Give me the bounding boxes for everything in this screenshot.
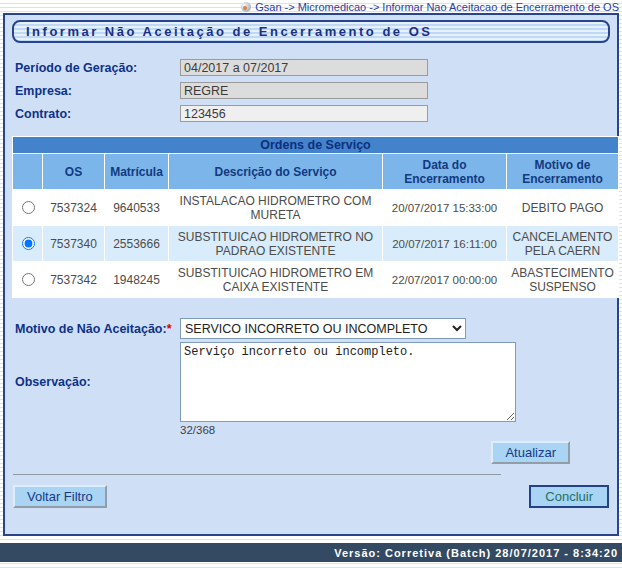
observacao-label: Observação:: [15, 375, 180, 389]
form-row-empresa: Empresa:: [15, 82, 617, 99]
table-header-row: OS Matrícula Descrição do Serviço Data d…: [13, 154, 619, 190]
os-radio[interactable]: [22, 237, 35, 250]
concluir-button[interactable]: Concluir: [529, 485, 609, 508]
motivo-label-text: Motivo de Não Aceitação:: [15, 322, 167, 336]
observacao-row: Observação: Serviço incorreto ou incompl…: [15, 342, 617, 422]
required-asterisk: *: [167, 322, 172, 336]
cell-descricao: SUBSTITUICAO HIDROMETRO EM CAIXA EXISTEN…: [169, 262, 383, 298]
cell-data: 20/07/2017 15:33:00: [383, 190, 507, 226]
col-os: OS: [43, 154, 105, 190]
char-counter: 32/368: [180, 424, 617, 436]
periodo-label: Período de Geração:: [15, 61, 180, 75]
main-panel: Informar Não Aceitação de Encerramento d…: [3, 13, 619, 536]
os-radio[interactable]: [22, 201, 35, 214]
voltar-filtro-button[interactable]: Voltar Filtro: [13, 485, 107, 508]
col-data-encerramento: Data do Encerramento: [383, 154, 507, 190]
col-descricao: Descrição do Serviço: [169, 154, 383, 190]
empresa-field: [180, 82, 428, 99]
breadcrumb: Gsan -> Micromedicao -> Informar Nao Ace…: [0, 0, 622, 13]
cell-matricula: 9640533: [105, 190, 169, 226]
cell-os: 7537324: [43, 190, 105, 226]
motivo-label: Motivo de Não Aceitação:*: [15, 322, 180, 336]
col-matricula: Matrícula: [105, 154, 169, 190]
table-title: Ordens de Serviço: [13, 137, 619, 154]
filter-summary: Período de Geração: Empresa: Contrato:: [15, 59, 617, 122]
ordens-servico-table: Ordens de Serviço OS Matrícula Descrição…: [12, 136, 619, 298]
periodo-field: [180, 59, 428, 76]
cell-data: 20/07/2017 16:11:00: [383, 226, 507, 262]
form-row-periodo: Período de Geração:: [15, 59, 617, 76]
page-title: Informar Não Aceitação de Encerramento d…: [26, 24, 432, 39]
cell-matricula: 2553666: [105, 226, 169, 262]
cell-os: 7537340: [43, 226, 105, 262]
col-radio: [13, 154, 43, 190]
breadcrumb-text[interactable]: Gsan -> Micromedicao -> Informar Nao Ace…: [255, 1, 619, 13]
page-title-bar: Informar Não Aceitação de Encerramento d…: [12, 20, 610, 43]
version-text: Versão: Corretiva (Batch) 28/07/2017 - 8…: [334, 547, 618, 559]
cell-motivo: DEBITO PAGO: [507, 190, 619, 226]
cell-matricula: 1948245: [105, 262, 169, 298]
atualizar-button[interactable]: Atualizar: [491, 441, 570, 464]
motivo-select[interactable]: SERVICO INCORRETO OU INCOMPLETO: [180, 318, 466, 339]
col-motivo-encerramento: Motivo de Encerramento: [507, 154, 619, 190]
form-row-contrato: Contrato:: [15, 105, 617, 122]
table-row: 7537342 1948245 SUBSTITUICAO HIDROMETRO …: [13, 262, 619, 298]
cell-descricao: SUBSTITUICAO HIDROMETRO NO PADRAO EXISTE…: [169, 226, 383, 262]
observacao-textarea[interactable]: Serviço incorreto ou incompleto.: [180, 342, 516, 422]
os-radio[interactable]: [22, 273, 35, 286]
contrato-label: Contrato:: [15, 107, 180, 121]
version-footer: Versão: Corretiva (Batch) 28/07/2017 - 8…: [0, 543, 622, 562]
cell-os: 7537342: [43, 262, 105, 298]
gsan-sphere-icon: [241, 2, 251, 12]
cell-motivo: ABASTECIMENTO SUSPENSO: [507, 262, 619, 298]
contrato-field[interactable]: [180, 105, 428, 122]
motivo-nao-aceitacao-row: Motivo de Não Aceitação:* SERVICO INCORR…: [15, 318, 617, 339]
cell-descricao: INSTALACAO HIDROMETRO COM MURETA: [169, 190, 383, 226]
cell-motivo: CANCELAMENTO PELA CAERN: [507, 226, 619, 262]
table-row: 7537324 9640533 INSTALACAO HIDROMETRO CO…: [13, 190, 619, 226]
cell-data: 22/07/2017 00:00:00: [383, 262, 507, 298]
separator-line: [13, 474, 501, 475]
empresa-label: Empresa:: [15, 84, 180, 98]
table-row-selected: 7537340 2553666 SUBSTITUICAO HIDROMETRO …: [13, 226, 619, 262]
